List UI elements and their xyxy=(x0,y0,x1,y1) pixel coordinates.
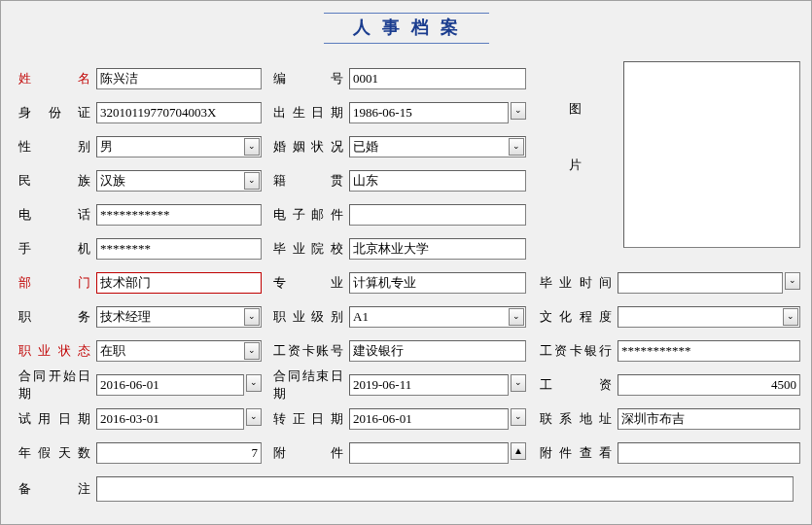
label-phone: 电话 xyxy=(18,206,96,224)
select-position[interactable]: 技术经理⌄ xyxy=(96,306,262,328)
chevron-down-icon[interactable]: ⌄ xyxy=(244,138,260,156)
hr-record-form: 人事档案 姓名 身份证 性别男⌄ 民族汉族⌄ 电话 手机 部门 职务技术经理⌄ … xyxy=(0,0,812,525)
label-email: 电子邮件 xyxy=(273,206,349,224)
date-contract-end[interactable]: 2019-06-11 xyxy=(349,374,509,396)
label-status: 职业状态 xyxy=(18,342,96,360)
label-marital: 婚姻状况 xyxy=(273,138,349,156)
input-number[interactable] xyxy=(349,68,526,89)
label-birth: 出生日期 xyxy=(273,104,349,122)
select-marital[interactable]: 已婚⌄ xyxy=(349,136,526,158)
label-gradschool: 毕业院校 xyxy=(273,240,349,258)
label-viewattach: 附件查看 xyxy=(540,444,618,462)
upload-button[interactable]: ▲ xyxy=(511,442,526,460)
date-birth[interactable]: 1986-06-15 xyxy=(349,102,509,123)
label-major: 专业 xyxy=(273,274,349,292)
input-mobile[interactable] xyxy=(96,238,262,260)
label-education: 文化程度 xyxy=(540,308,618,326)
label-attachment: 附件 xyxy=(273,444,349,462)
input-remarks[interactable] xyxy=(96,476,794,502)
input-name[interactable] xyxy=(96,68,262,89)
input-major[interactable] xyxy=(349,272,526,294)
input-address[interactable] xyxy=(618,408,800,430)
label-gradtime: 毕业时间 xyxy=(540,274,618,292)
input-salary[interactable] xyxy=(618,374,800,396)
label-name: 姓名 xyxy=(18,70,96,88)
label-vacation: 年假天数 xyxy=(18,444,96,462)
label-position: 职务 xyxy=(18,308,96,326)
chevron-down-icon[interactable]: ⌄ xyxy=(509,138,524,156)
label-regular-date: 转正日期 xyxy=(273,410,349,428)
chevron-down-icon[interactable]: ⌄ xyxy=(246,408,262,426)
input-dept[interactable] xyxy=(96,272,262,294)
select-gender[interactable]: 男⌄ xyxy=(96,136,262,158)
chevron-down-icon[interactable]: ⌄ xyxy=(511,408,526,426)
title-wrap: 人事档案 xyxy=(18,13,794,44)
input-email[interactable] xyxy=(349,204,526,226)
photo-label: 图 片 xyxy=(569,100,588,213)
date-contract-start[interactable]: 2016-06-01 xyxy=(96,374,244,396)
select-status[interactable]: 在职⌄ xyxy=(96,340,262,362)
select-education[interactable]: ⌄ xyxy=(618,306,800,328)
chevron-down-icon[interactable]: ⌄ xyxy=(511,102,526,120)
chevron-down-icon[interactable]: ⌄ xyxy=(785,272,800,290)
label-gender: 性别 xyxy=(18,138,96,156)
input-idcard[interactable] xyxy=(96,102,262,123)
label-salary: 工资 xyxy=(540,376,618,394)
select-joblevel[interactable]: A1⌄ xyxy=(349,306,526,328)
input-viewattach[interactable] xyxy=(618,442,800,464)
input-gradschool[interactable] xyxy=(349,238,526,260)
input-bank[interactable] xyxy=(618,340,800,362)
input-bankacct[interactable] xyxy=(349,340,526,362)
label-bankacct: 工资卡账号 xyxy=(273,342,349,360)
label-idcard: 身份证 xyxy=(18,104,96,122)
label-mobile: 手机 xyxy=(18,240,96,258)
label-nation: 民族 xyxy=(18,172,96,190)
chevron-down-icon[interactable]: ⌄ xyxy=(246,374,262,392)
photo-box[interactable] xyxy=(623,61,800,248)
date-regular[interactable]: 2016-06-01 xyxy=(349,408,509,430)
chevron-down-icon[interactable]: ⌄ xyxy=(244,308,260,326)
label-remarks: 备注 xyxy=(18,480,96,498)
input-origin[interactable] xyxy=(349,170,526,192)
input-phone[interactable] xyxy=(96,204,262,226)
date-gradtime[interactable] xyxy=(618,272,783,294)
select-nation[interactable]: 汉族⌄ xyxy=(96,170,262,192)
label-contract-end: 合同结束日期 xyxy=(273,368,349,402)
label-dept: 部门 xyxy=(18,274,96,292)
chevron-down-icon[interactable]: ⌄ xyxy=(511,374,526,392)
label-number: 编号 xyxy=(273,70,349,88)
label-joblevel: 职业级别 xyxy=(273,308,349,326)
label-bank: 工资卡银行 xyxy=(540,342,618,360)
chevron-down-icon[interactable]: ⌄ xyxy=(244,342,260,360)
label-address: 联系地址 xyxy=(540,410,618,428)
label-contract-start: 合同开始日期 xyxy=(18,368,96,402)
form-title: 人事档案 xyxy=(324,13,489,44)
chevron-down-icon[interactable]: ⌄ xyxy=(783,308,798,326)
label-origin: 籍贯 xyxy=(273,172,349,190)
date-trial[interactable]: 2016-03-01 xyxy=(96,408,244,430)
input-vacation-days[interactable] xyxy=(96,442,262,464)
input-attachment[interactable] xyxy=(349,442,509,464)
label-trial-date: 试用日期 xyxy=(18,410,96,428)
chevron-down-icon[interactable]: ⌄ xyxy=(244,172,260,190)
chevron-down-icon[interactable]: ⌄ xyxy=(509,308,524,326)
